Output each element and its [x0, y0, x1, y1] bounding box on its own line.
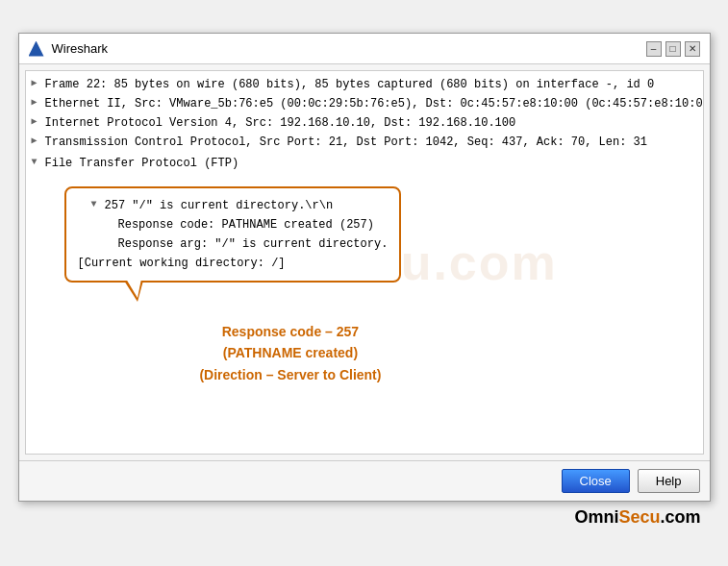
ftp-response-code-text: Response code: PATHNAME created (257) — [118, 216, 389, 234]
ftp-expanded-text: 257 "/" is current directory.\r\n — [105, 197, 389, 214]
bottom-watermark: OmniSecu.com — [18, 502, 711, 533]
expand-arrow-ftp[interactable]: ▼ — [32, 155, 45, 169]
callout-wrapper: ▼ 257 "/" is current directory.\r\n Resp… — [64, 186, 402, 385]
expand-arrow-ethernet[interactable]: ▶ — [32, 95, 45, 110]
ftp-response-arg-text: Response arg: "/" is current directory. — [118, 235, 389, 253]
table-row: ▶ Ethernet II, Src: VMware_5b:76:e5 (00:… — [32, 94, 697, 113]
annotation-line1: Response code – 257 — [180, 321, 402, 342]
annotation-block: Response code – 257 (PATHNAME created) (… — [180, 321, 402, 385]
title-bar-controls: – □ ✕ — [646, 41, 700, 57]
maximize-button[interactable]: □ — [665, 41, 681, 57]
ftp-sub-section: Response code: PATHNAME created (257) Re… — [91, 215, 389, 254]
table-row: ▶ Transmission Control Protocol, Src Por… — [32, 133, 697, 152]
ip-row-text: Internet Protocol Version 4, Src: 192.16… — [45, 114, 697, 132]
ftp-working-dir-row: [Current working directory: /] — [78, 254, 389, 273]
help-button[interactable]: Help — [638, 469, 700, 493]
packet-detail-panel: OmniSecu.com ▶ Frame 22: 85 bytes on wir… — [25, 70, 704, 455]
callout-bubble: ▼ 257 "/" is current directory.\r\n Resp… — [64, 186, 402, 283]
footer-area: Close Help — [19, 460, 710, 501]
ftp-main-text: File Transfer Protocol (FTP) — [45, 155, 697, 172]
close-button[interactable]: Close — [562, 469, 630, 493]
annotation-line2: (PATHNAME created) — [180, 342, 402, 363]
watermark-com: .com — [660, 507, 700, 527]
ftp-main-row: ▼ File Transfer Protocol (FTP) — [32, 154, 697, 173]
ftp-working-dir-text: [Current working directory: /] — [78, 255, 389, 272]
wireshark-window: Wireshark – □ ✕ OmniSecu.com ▶ Frame 22:… — [18, 33, 711, 502]
tcp-row-text: Transmission Control Protocol, Src Port:… — [45, 134, 697, 151]
minimize-button[interactable]: – — [646, 41, 662, 57]
window-title: Wireshark — [52, 41, 109, 56]
title-bar-left: Wireshark — [29, 41, 109, 57]
ftp-response-arg-row: Response arg: "/" is current directory. — [118, 234, 389, 254]
ftp-expanded: ▼ 257 "/" is current directory.\r\n Resp… — [78, 196, 389, 254]
expand-arrow-ip[interactable]: ▶ — [32, 114, 45, 129]
close-window-button[interactable]: ✕ — [685, 41, 700, 57]
ftp-response-code-row: Response code: PATHNAME created (257) — [118, 215, 389, 234]
expand-arrow-frame[interactable]: ▶ — [32, 76, 45, 90]
frame-row-text: Frame 22: 85 bytes on wire (680 bits), 8… — [45, 76, 697, 93]
wireshark-icon — [29, 41, 44, 57]
watermark-secu: Secu — [618, 507, 660, 527]
ftp-section: ▼ File Transfer Protocol (FTP) ▼ 257 "/"… — [32, 154, 697, 173]
table-row: ▶ Frame 22: 85 bytes on wire (680 bits),… — [32, 75, 697, 94]
annotation-line3: (Direction – Server to Client) — [180, 364, 402, 385]
watermark-omni: Omni — [574, 507, 618, 527]
table-row: ▶ Internet Protocol Version 4, Src: 192.… — [32, 113, 697, 133]
title-bar: Wireshark – □ ✕ — [19, 34, 710, 64]
ethernet-row-text: Ethernet II, Src: VMware_5b:76:e5 (00:0c… — [45, 95, 704, 112]
expand-arrow-tcp[interactable]: ▶ — [32, 134, 45, 148]
ftp-expanded-row: ▼ 257 "/" is current directory.\r\n — [91, 196, 389, 215]
expand-arrow-ftp-expanded[interactable]: ▼ — [91, 197, 105, 211]
